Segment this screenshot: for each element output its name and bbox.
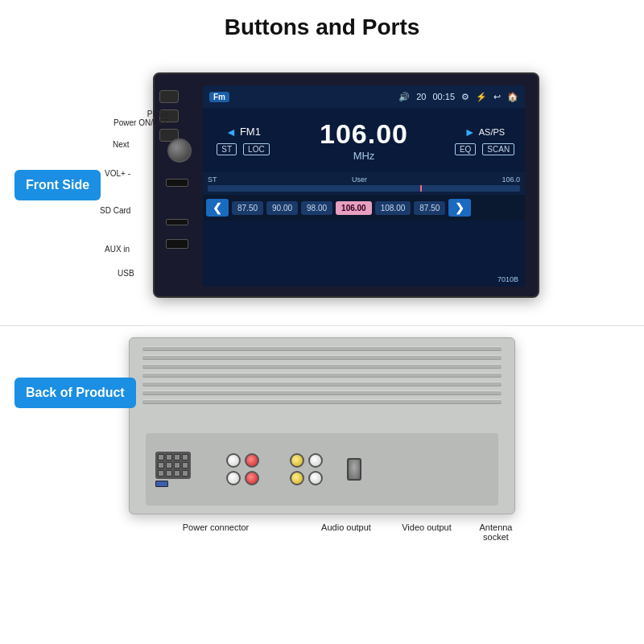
pin-5 [158, 462, 164, 469]
tuner-st-label: ST [208, 175, 217, 184]
vents-area [130, 338, 514, 409]
sdcard-label: SD Card [100, 206, 130, 215]
video-output-ports [290, 453, 323, 485]
freq-btn-6[interactable]: 87.50 [414, 201, 445, 215]
asps-label: AS/PS [479, 127, 505, 137]
freq-btn-3[interactable]: 98.00 [301, 201, 332, 215]
tuner-position [420, 185, 422, 192]
power-connector-label: Power connector [183, 522, 250, 532]
screen-right-col: ► AS/PS EQ SCAN [444, 126, 525, 155]
frequency-unit: MHz [283, 150, 444, 162]
device-back [129, 337, 515, 514]
pin-10 [166, 470, 172, 477]
antenna-area [342, 458, 361, 481]
audio-output-label: Audio output [321, 522, 371, 532]
usb-back-slot[interactable] [155, 481, 168, 487]
stloc-row: ST LOC [217, 143, 269, 155]
asps-arrow[interactable]: ► [464, 126, 476, 138]
pin-1 [158, 454, 164, 460]
freq-prev-button[interactable]: ❮ [206, 199, 229, 217]
screen-statusbar: Fm 🔊 20 00:15 ⚙ ⚡ ↩ 🏠 [203, 85, 525, 108]
aux-label: AUX in [105, 245, 130, 254]
volume-level: 20 [416, 92, 426, 101]
audio-rca-white-1 [226, 453, 241, 468]
loc-button[interactable]: LOC [243, 143, 270, 155]
video-rca-row-1 [290, 453, 323, 468]
video-rca-white-3 [308, 453, 323, 468]
connector-grid [155, 452, 191, 479]
screen-main: ◄ FM1 ST LOC 106.00 MHz ► AS/PS [203, 108, 525, 172]
front-section: Front Side Fm 🔊 20 00:15 ⚙ [0, 48, 644, 322]
power-connector [155, 452, 191, 487]
freq-btn-1[interactable]: 87.50 [232, 201, 263, 215]
pin-12 [182, 470, 188, 477]
audio-rca-row-1 [226, 453, 259, 468]
fm1-label: FM1 [240, 126, 261, 138]
power-button[interactable] [159, 109, 179, 122]
fm-badge: Fm [209, 92, 229, 102]
back-port-labels: Power connector Audio output Video outpu… [129, 518, 515, 550]
pin-11 [174, 470, 180, 477]
video-rca-white-4 [308, 471, 323, 485]
vent-3 [142, 364, 502, 369]
model-number: 7010B [497, 275, 518, 283]
eq-button[interactable]: EQ [455, 143, 476, 155]
pin-6 [166, 462, 172, 469]
settings-icon: ⚙ [461, 92, 469, 102]
video-rca-yellow-2 [290, 471, 304, 485]
back-label: Back of Product [14, 378, 136, 408]
pin-9 [158, 470, 164, 477]
prev-button[interactable] [159, 90, 179, 103]
vent-6 [142, 390, 502, 395]
device-screen: Fm 🔊 20 00:15 ⚙ ⚡ ↩ 🏠 ◄ FM1 [203, 85, 525, 287]
statusbar-left: Fm [209, 92, 229, 102]
back-icon: ↩ [493, 92, 501, 102]
vent-5 [142, 382, 502, 386]
video-rca-yellow-1 [290, 453, 304, 468]
device-front: Fm 🔊 20 00:15 ⚙ ⚡ ↩ 🏠 ◄ FM1 [153, 72, 539, 298]
audio-rca-red-1 [245, 453, 259, 468]
front-label: Front Side [14, 170, 101, 200]
audio-rca-red-2 [245, 471, 259, 485]
volume-icon: 🔊 [398, 92, 410, 102]
pin-3 [174, 454, 180, 460]
screen-left-col: ◄ FM1 ST LOC [203, 126, 283, 155]
tuner-user-label: User [352, 175, 367, 184]
audio-rca-row-2 [226, 471, 259, 485]
vol-label: VOL+ - [105, 169, 130, 178]
asps-row: ► AS/PS [464, 126, 505, 138]
st-button[interactable]: ST [217, 143, 237, 155]
next-label: Next [113, 140, 130, 149]
sd-card-slot[interactable] [166, 179, 188, 187]
freq-btn-5[interactable]: 108.00 [375, 201, 411, 215]
freq-btn-4[interactable]: 106.00 [336, 201, 372, 215]
vent-2 [142, 355, 502, 360]
vent-7 [142, 399, 502, 404]
time-display: 00:15 [432, 92, 455, 101]
aux-input[interactable] [166, 219, 188, 225]
freq-next-button[interactable]: ❯ [448, 199, 471, 217]
bluetooth-icon: ⚡ [476, 92, 487, 102]
port-area [146, 433, 498, 506]
page-title: Buttons and Ports [0, 0, 644, 48]
tuner-labels: ST User 106.0 [208, 175, 520, 184]
usb-label: USB [118, 269, 134, 278]
tuner-bar-area: ST User 106.0 [203, 172, 525, 195]
volume-knob[interactable] [167, 138, 192, 163]
antenna-socket-label: Antenna socket [480, 522, 513, 542]
audio-output-ports [226, 453, 259, 485]
scan-button[interactable]: SCAN [482, 143, 514, 155]
screen-center: 106.00 MHz [283, 118, 444, 162]
frequency-display: 106.00 [283, 118, 444, 150]
home-icon: 🏠 [507, 92, 518, 102]
video-output-label: Video output [402, 522, 452, 532]
antenna-socket [347, 458, 361, 481]
back-section: Back of Product [0, 329, 644, 627]
side-buttons [159, 90, 179, 142]
usb-port[interactable] [166, 239, 188, 249]
tuner-freq-max: 106.0 [502, 175, 520, 184]
pin-2 [166, 454, 172, 460]
pin-8 [182, 462, 188, 469]
freq-btn-2[interactable]: 90.00 [266, 201, 298, 215]
fm1-arrow[interactable]: ◄ [225, 126, 237, 138]
